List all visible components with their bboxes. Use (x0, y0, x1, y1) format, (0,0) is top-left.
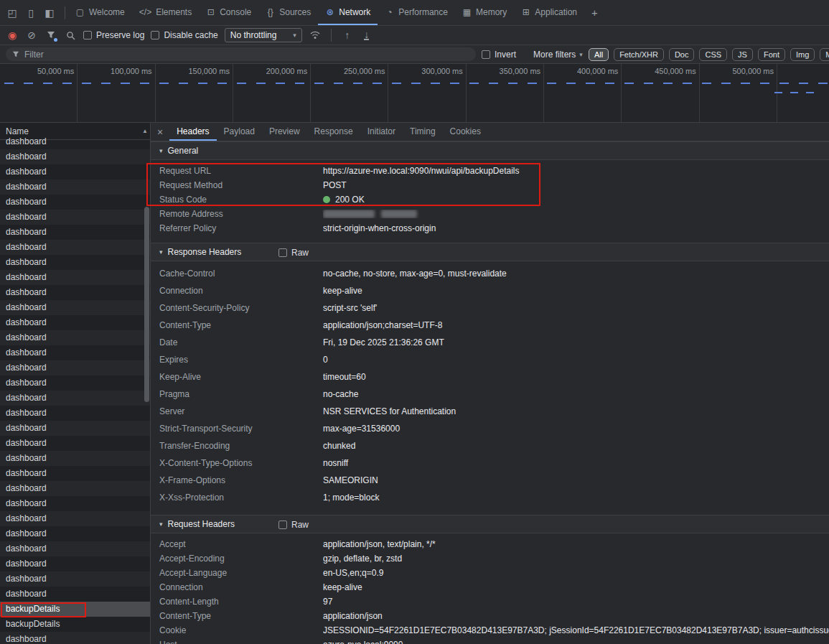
request-list-item[interactable]: dashboard (0, 632, 150, 644)
request-list-item[interactable]: dashboard (0, 451, 150, 466)
request-list-item[interactable]: dashboard (0, 225, 150, 240)
resource-type-chip[interactable]: Doc (669, 48, 695, 61)
request-list-item[interactable]: dashboard (0, 481, 150, 496)
detail-tab[interactable]: Headers (169, 123, 216, 141)
request-list-item[interactable]: dashboard (0, 270, 150, 285)
request-list-item[interactable]: dashboard (0, 496, 150, 511)
record-network-log-icon[interactable]: ◉ (6, 29, 19, 42)
clear-network-log-icon[interactable]: ⊘ (25, 29, 38, 42)
request-list-item[interactable]: dashboard (0, 526, 150, 541)
resource-type-chip[interactable]: All (589, 48, 609, 61)
request-list-item[interactable]: dashboard (0, 466, 150, 481)
request-list-item[interactable]: dashboard (0, 511, 150, 526)
close-detail-icon[interactable]: × (151, 123, 169, 141)
request-list-item[interactable]: dashboard (0, 345, 150, 360)
request-raw-checkbox[interactable]: Raw (278, 515, 309, 534)
resource-type-chip[interactable]: Img (790, 48, 815, 61)
throttling-dropdown[interactable]: No throttling ▾ (225, 28, 302, 42)
request-list-item[interactable]: dashboard (0, 300, 150, 315)
request-list-item[interactable]: dashboard (0, 587, 150, 602)
network-conditions-icon[interactable] (309, 29, 322, 42)
timeline-tick-label: 200,000 ms (266, 67, 307, 75)
more-tabs-button[interactable]: + (584, 0, 605, 25)
request-list-item[interactable]: dashboard (0, 134, 150, 149)
detail-tab[interactable]: Response (307, 123, 360, 141)
devtools-panel-tab[interactable]: ◔ Performance (378, 0, 455, 25)
resource-type-chip[interactable]: JS (732, 48, 753, 61)
import-har-icon[interactable]: ↑ (341, 29, 354, 42)
request-headers-section-header[interactable]: ▾ Request Headers Raw (151, 515, 829, 533)
search-icon[interactable] (64, 29, 77, 42)
devtools-panel-tab[interactable]: </> Elements (132, 0, 199, 25)
request-list-item[interactable]: dashboard (0, 541, 150, 556)
request-name: dashboard (6, 347, 47, 358)
request-list-item[interactable]: dashboard (0, 164, 150, 179)
devtools-panel-tab[interactable]: {} Sources (258, 0, 318, 25)
detail-tab[interactable]: Payload (217, 123, 262, 141)
inspect-element-icon[interactable]: ◰ (3, 7, 22, 19)
general-section-header[interactable]: ▾ General (151, 141, 829, 160)
devtools-panel-tab[interactable]: ⊛ Network (318, 0, 378, 25)
invert-checkbox[interactable]: Invert (482, 50, 516, 60)
record-glyph: ◉ (8, 29, 17, 41)
devtools-panel-tab[interactable]: ⊞ Application (514, 0, 584, 25)
request-list-item[interactable]: dashboard (0, 179, 150, 195)
request-list-item[interactable]: dashboard (0, 436, 150, 451)
status-ok-icon (323, 196, 330, 203)
resource-type-chip[interactable]: Fetch/XHR (614, 48, 664, 61)
header-name: Date (151, 337, 323, 347)
network-overview-timeline[interactable]: 50,000 ms 100,000 ms 150,000 ms 200,000 … (0, 64, 829, 123)
request-list-item[interactable]: dashboard (0, 210, 150, 225)
toolbar-divider (65, 6, 65, 19)
devtools-panel-tab[interactable]: ⊡ Console (199, 0, 258, 25)
request-list-item[interactable]: dashboard (0, 571, 150, 587)
request-list-item[interactable]: dashboard (0, 391, 150, 406)
device-toolbar-icon[interactable]: ▯ (22, 7, 40, 19)
invert-box[interactable] (482, 50, 490, 59)
dock-side-icon[interactable]: ◧ (40, 7, 59, 19)
filter-input[interactable]: Filter (6, 47, 476, 61)
resource-type-chip[interactable]: CSS (699, 48, 727, 61)
detail-tab[interactable]: Cookies (443, 123, 488, 141)
devtools-panel-tab[interactable]: ▦ Memory (455, 0, 514, 25)
request-list-scrollbar[interactable] (144, 207, 149, 402)
request-list-item[interactable]: dashboard (0, 360, 150, 375)
request-list-item[interactable]: dashboard (0, 240, 150, 255)
response-raw-checkbox[interactable]: Raw (278, 243, 309, 262)
panel-tab-label: Memory (476, 7, 507, 17)
request-list-item[interactable]: dashboard (0, 421, 150, 436)
request-list-item[interactable]: dashboard (0, 315, 150, 330)
resource-type-chip[interactable]: Font (758, 48, 785, 61)
more-filters-dropdown[interactable]: More filters ▾ (533, 50, 583, 60)
header-value: keep-alive (323, 286, 829, 296)
detail-tab[interactable]: Initiator (360, 123, 403, 141)
request-list-item[interactable]: dashboard (0, 255, 150, 270)
request-list-item[interactable]: dashboard (0, 375, 150, 391)
export-har-icon[interactable]: ↓ (360, 29, 373, 42)
response-raw-box[interactable] (278, 248, 287, 257)
filter-funnel-icon[interactable] (45, 29, 57, 42)
disable-cache-checkbox[interactable]: Disable cache (151, 30, 217, 40)
response-headers-section-header[interactable]: ▾ Response Headers Raw (151, 243, 829, 261)
header-value-text: max-age=31536000 (323, 424, 400, 434)
disable-cache-box[interactable] (151, 31, 159, 39)
request-list-item[interactable]: backupDetails (0, 602, 150, 617)
devtools-panel-tab[interactable]: ▢ Welcome (68, 0, 132, 25)
request-list-item[interactable]: dashboard (0, 195, 150, 210)
detail-tab[interactable]: Timing (403, 123, 443, 141)
preserve-log-box[interactable] (83, 31, 92, 39)
header-row: Referrer Policy strict-origin-when-cross… (151, 221, 829, 235)
header-value-text: gzip, deflate, br, zstd (323, 554, 402, 564)
request-list-item[interactable]: dashboard (0, 330, 150, 345)
detail-tab[interactable]: Preview (262, 123, 307, 141)
request-list-item[interactable]: dashboard (0, 285, 150, 300)
resource-type-chip[interactable]: Med (820, 48, 829, 61)
request-list-item[interactable]: backupDetails (0, 617, 150, 632)
request-list-item[interactable]: dashboard (0, 149, 150, 164)
resource-type-chip-label: Img (796, 50, 809, 59)
header-value: application/json;charset=UTF-8 (323, 320, 829, 330)
request-raw-box[interactable] (278, 521, 287, 529)
request-list-item[interactable]: dashboard (0, 556, 150, 571)
request-list-item[interactable]: dashboard (0, 406, 150, 421)
preserve-log-checkbox[interactable]: Preserve log (83, 30, 144, 40)
